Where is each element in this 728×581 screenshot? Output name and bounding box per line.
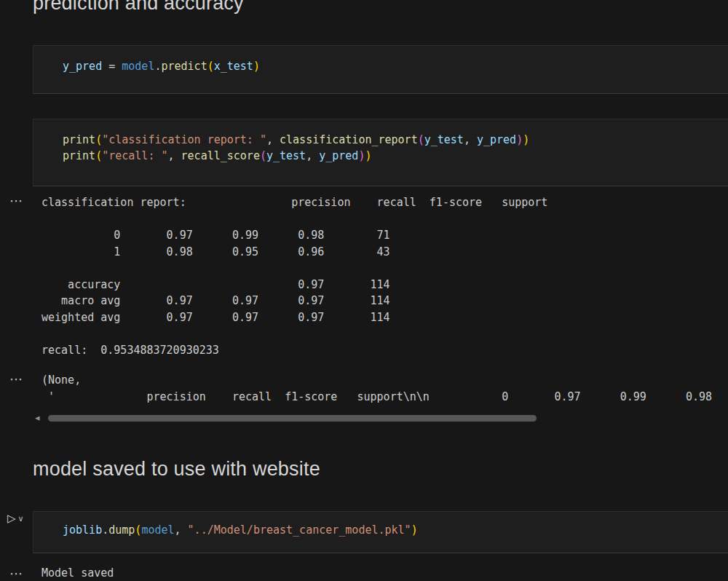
code-cell-predict[interactable]: y_pred = model.predict(x_test) [33, 45, 728, 94]
code-editor-print-report[interactable]: print("classification report: ", classif… [33, 119, 728, 164]
heading-model-saved: model saved to use with website [33, 457, 320, 481]
cell-output-menu-ellipsis-icon[interactable]: ⋯ [9, 372, 23, 387]
cell-output-menu-ellipsis-icon[interactable]: ⋯ [9, 194, 23, 208]
code-editor-joblib-dump[interactable]: joblib.dump(model, "../Model/breast_canc… [33, 512, 728, 538]
code-editor-predict[interactable]: y_pred = model.predict(x_test) [33, 46, 728, 74]
horizontal-scrollbar-thumb[interactable] [48, 415, 537, 422]
scroll-left-arrow-icon[interactable]: ◂ [35, 412, 40, 424]
cell-output-menu-ellipsis-icon[interactable]: ⋯ [9, 566, 23, 581]
tuple-repr-output: (None, ' precision recall f1-score suppo… [41, 372, 712, 405]
run-cell-controls[interactable]: ▷ ∨ [7, 512, 24, 525]
run-cell-icon[interactable]: ▷ [7, 512, 16, 525]
heading-prediction-and-accuracy: prediction and accuracy [33, 0, 244, 15]
code-cell-print-report[interactable]: print("classification report: ", classif… [33, 119, 728, 186]
chevron-down-icon[interactable]: ∨ [18, 512, 24, 525]
notebook-editor: prediction and accuracy y_pred = model.p… [0, 0, 728, 581]
classification-report-output: classification report: precision recall … [41, 194, 547, 358]
model-saved-output: Model saved [41, 565, 114, 581]
code-cell-joblib-dump[interactable]: joblib.dump(model, "../Model/breast_canc… [33, 511, 728, 553]
